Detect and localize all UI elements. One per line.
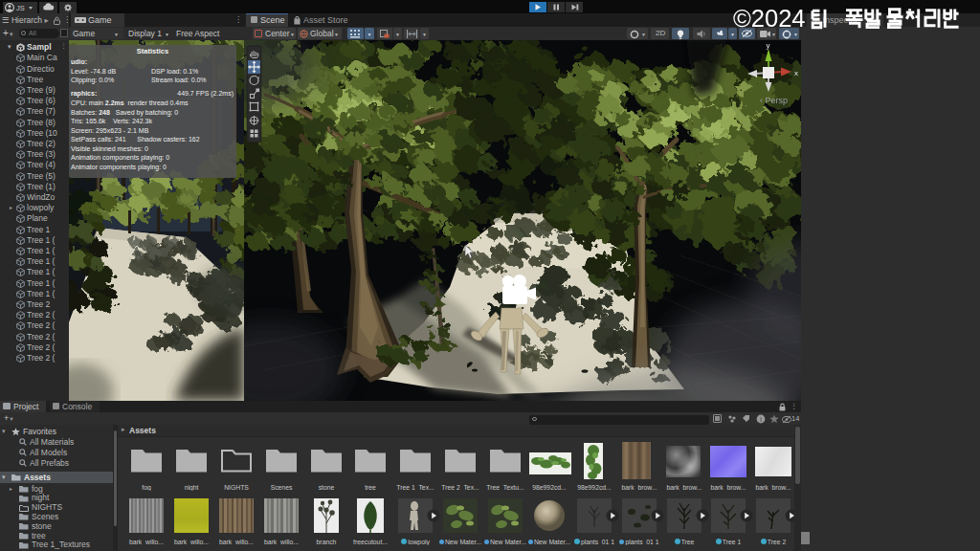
svg-text:y: y bbox=[767, 41, 770, 50]
svg-text:JS: JS bbox=[16, 4, 25, 12]
svg-text:©2024: ©2024 bbox=[733, 5, 806, 32]
svg-text:x: x bbox=[794, 69, 798, 77]
svg-text:‹ Persp: ‹ Persp bbox=[760, 96, 788, 105]
